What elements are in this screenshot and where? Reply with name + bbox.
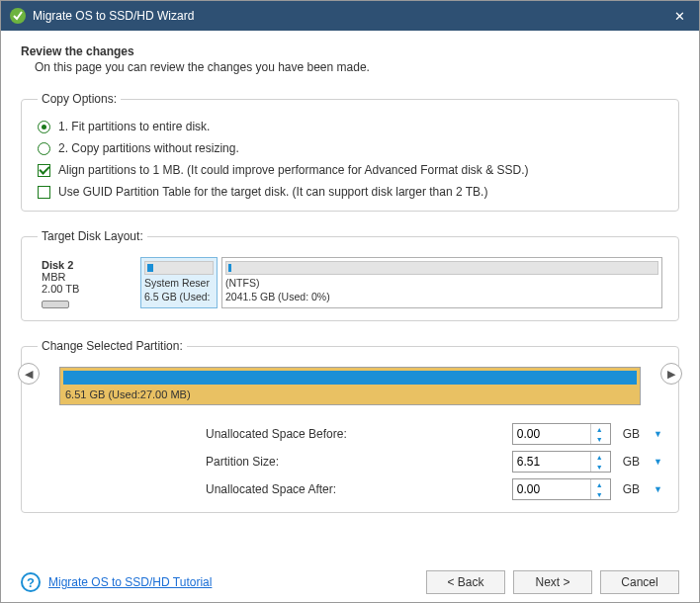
check-use-guid[interactable]: Use GUID Partition Table for the target … — [38, 185, 662, 199]
copy-options-legend: Copy Options: — [38, 92, 121, 106]
spin-down-icon[interactable]: ▼ — [591, 462, 608, 472]
close-button[interactable]: ✕ — [667, 9, 691, 24]
disk-size: 2.00 TB — [42, 283, 136, 295]
space-before-field[interactable] — [513, 424, 590, 444]
disk-icon — [42, 301, 69, 308]
tutorial-link[interactable]: Migrate OS to SSD/HD Tutorial — [48, 575, 212, 589]
checkbox-label: Use GUID Partition Table for the target … — [58, 185, 487, 199]
radio-icon — [38, 142, 50, 155]
back-button[interactable]: < Back — [426, 570, 505, 594]
space-before-label: Unallocated Space Before: — [38, 427, 506, 441]
unit-dropdown[interactable]: ▼ — [652, 457, 662, 467]
checkbox-icon — [38, 186, 50, 199]
window-title: Migrate OS to SSD/HD Wizard — [33, 9, 667, 23]
spin-up-icon[interactable]: ▲ — [591, 479, 608, 489]
radio-label: 2. Copy partitions without resizing. — [58, 141, 239, 155]
copy-options-group: Copy Options: 1. Fit partitions to entir… — [21, 92, 679, 212]
partition-next-button[interactable]: ▶ — [660, 363, 682, 385]
page-subtitle: On this page you can review the changes … — [35, 60, 679, 74]
partition-preview[interactable]: 6.51 GB (Used:27.00 MB) — [59, 367, 641, 405]
unit-dropdown[interactable]: ▼ — [652, 429, 662, 439]
space-after-field[interactable] — [513, 479, 590, 499]
space-before-input[interactable]: ▲▼ — [512, 423, 611, 445]
partition-detail: 6.5 GB (Used: — [144, 291, 214, 304]
cancel-button[interactable]: Cancel — [600, 570, 679, 594]
help-icon[interactable]: ? — [21, 572, 41, 592]
partition-ntfs[interactable]: (NTFS) 2041.5 GB (Used: 0%) — [221, 257, 662, 308]
space-after-label: Unallocated Space After: — [38, 482, 506, 496]
unit-dropdown[interactable]: ▼ — [652, 484, 662, 494]
partition-size-label: Partition Size: — [38, 455, 506, 469]
checkbox-label: Align partitions to 1 MB. (It could impr… — [58, 163, 529, 177]
target-disk-layout-group: Target Disk Layout: Disk 2 MBR 2.00 TB S… — [21, 229, 679, 321]
checkbox-icon — [38, 164, 50, 177]
change-partition-group: Change Selected Partition: ◀ ▶ 6.51 GB (… — [21, 339, 679, 513]
disk-name: Disk 2 — [42, 259, 136, 271]
partition-prev-button[interactable]: ◀ — [18, 363, 40, 385]
unit-label: GB — [617, 427, 646, 441]
radio-icon — [38, 121, 50, 133]
radio-fit-entire-disk[interactable]: 1. Fit partitions to entire disk. — [38, 120, 662, 133]
spin-up-icon[interactable]: ▲ — [591, 452, 608, 462]
unit-label: GB — [617, 482, 646, 496]
check-align-partitions[interactable]: Align partitions to 1 MB. (It could impr… — [38, 163, 662, 177]
spin-down-icon[interactable]: ▼ — [591, 434, 608, 444]
target-layout-legend: Target Disk Layout: — [38, 229, 147, 243]
unit-label: GB — [617, 455, 646, 469]
partition-name: (NTFS) — [225, 277, 658, 291]
radio-label: 1. Fit partitions to entire disk. — [58, 120, 210, 133]
partition-preview-label: 6.51 GB (Used:27.00 MB) — [63, 385, 637, 401]
spin-up-icon[interactable]: ▲ — [591, 424, 608, 434]
partition-size-input[interactable]: ▲▼ — [512, 451, 611, 473]
titlebar: Migrate OS to SSD/HD Wizard ✕ — [1, 1, 699, 31]
partition-detail: 2041.5 GB (Used: 0%) — [225, 291, 658, 304]
partition-name: System Reser — [144, 277, 214, 291]
page-title: Review the changes — [21, 44, 679, 58]
disk-type: MBR — [42, 271, 136, 283]
partition-system-reserved[interactable]: System Reser 6.5 GB (Used: — [140, 257, 218, 308]
spin-down-icon[interactable]: ▼ — [591, 489, 608, 499]
disk-info: Disk 2 MBR 2.00 TB — [38, 257, 136, 308]
space-after-input[interactable]: ▲▼ — [512, 478, 611, 500]
change-partition-legend: Change Selected Partition: — [38, 339, 187, 353]
partition-usage-bar — [63, 371, 637, 385]
radio-copy-without-resize[interactable]: 2. Copy partitions without resizing. — [38, 141, 662, 155]
partition-size-field[interactable] — [513, 452, 590, 472]
app-icon — [9, 7, 27, 25]
next-button[interactable]: Next > — [513, 570, 592, 594]
